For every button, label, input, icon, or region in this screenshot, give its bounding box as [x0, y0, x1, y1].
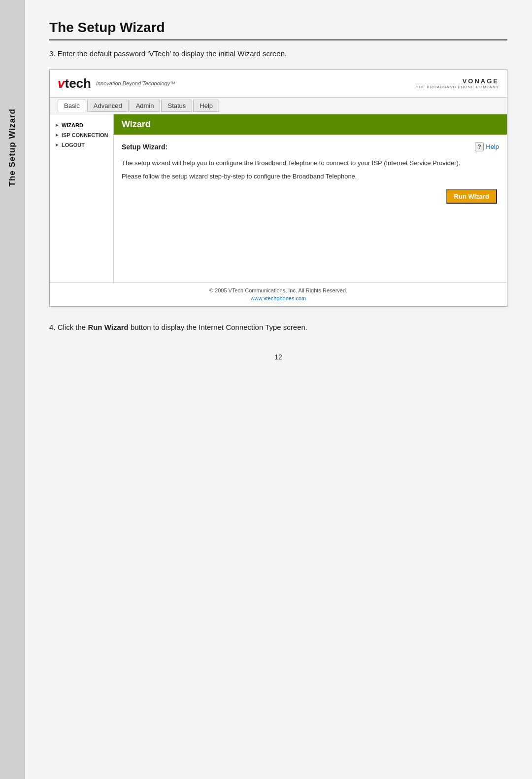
sidebar: The Setup Wizard [0, 0, 25, 779]
page-number: 12 [49, 353, 507, 361]
wizard-content-header: Setup Wizard: ? Help [122, 142, 499, 151]
help-link[interactable]: ? Help [475, 142, 499, 151]
step3-text: 3. Enter the default password ‘VTech’ to… [49, 48, 507, 60]
tab-basic[interactable]: Basic [58, 100, 86, 112]
step4-prefix: 4. Click the [49, 323, 88, 331]
vtech-logo-area: vtech Innovation Beyond Technology™ [58, 76, 175, 91]
footer-url[interactable]: www.vtechphones.com [58, 295, 499, 301]
main-panel: Wizard Setup Wizard: ? Help The setup wi… [114, 114, 507, 282]
browser-frame: vtech Innovation Beyond Technology™ VONA… [49, 70, 507, 307]
help-icon: ? [475, 142, 484, 151]
help-label: Help [486, 143, 499, 150]
vonage-sub: THE BROADBAND PHONE COMPANY [416, 85, 499, 89]
wizard-arrow-icon: ► [55, 122, 60, 128]
step4-bold: Run Wizard [88, 323, 128, 331]
left-nav-logout-label: LOGOUT [62, 142, 85, 148]
main-content: The Setup Wizard 3. Enter the default pa… [25, 0, 532, 779]
left-nav-logout[interactable]: ► LOGOUT [50, 140, 113, 150]
browser-footer: © 2005 VTech Communications, Inc. All Ri… [50, 282, 507, 306]
tab-help[interactable]: Help [193, 100, 219, 112]
wizard-header: Wizard [114, 114, 507, 135]
browser-header: vtech Innovation Beyond Technology™ VONA… [50, 70, 507, 98]
run-wizard-button[interactable]: Run Wizard [446, 189, 497, 204]
tab-admin[interactable]: Admin [130, 100, 161, 112]
tab-advanced[interactable]: Advanced [87, 100, 129, 112]
left-nav: ► WIZARD ► ISP CONNECTION ► LOGOUT [50, 114, 114, 282]
setup-wizard-label: Setup Wizard: [122, 143, 167, 151]
isp-arrow-icon: ► [55, 132, 60, 138]
wizard-desc2: Please follow the setup wizard step-by-s… [122, 172, 499, 181]
vtech-logo-v: v [58, 76, 65, 91]
page-title: The Setup Wizard [49, 20, 507, 40]
vtech-logo: vtech [58, 76, 91, 91]
wizard-content: Setup Wizard: ? Help The setup wizard wi… [114, 135, 507, 212]
tab-status[interactable]: Status [161, 100, 192, 112]
vonage-branding: VONAGE THE BROADBAND PHONE COMPANY [416, 77, 499, 90]
logout-arrow-icon: ► [55, 142, 60, 147]
wizard-desc1: The setup wizard will help you to config… [122, 158, 499, 168]
left-nav-isp-connection[interactable]: ► ISP CONNECTION [50, 130, 113, 140]
vtech-logo-rest: tech [65, 76, 91, 91]
left-nav-wizard[interactable]: ► WIZARD [50, 120, 113, 130]
sidebar-label: The Setup Wizard [7, 108, 17, 186]
step4-suffix: button to display the Internet Connectio… [129, 323, 307, 331]
step4-text: 4. Click the Run Wizard button to displa… [49, 321, 507, 333]
left-nav-isp-label: ISP CONNECTION [62, 132, 108, 138]
left-nav-wizard-label: WIZARD [62, 122, 83, 128]
vtech-tagline: Innovation Beyond Technology™ [96, 80, 175, 86]
browser-body: ► WIZARD ► ISP CONNECTION ► LOGOUT Wizar… [50, 114, 507, 282]
footer-copyright: © 2005 VTech Communications, Inc. All Ri… [58, 287, 499, 293]
nav-bar: Basic Advanced Admin Status Help [50, 98, 507, 114]
vonage-logo: VONAGE [416, 77, 499, 85]
run-wizard-area: Run Wizard [122, 189, 499, 204]
